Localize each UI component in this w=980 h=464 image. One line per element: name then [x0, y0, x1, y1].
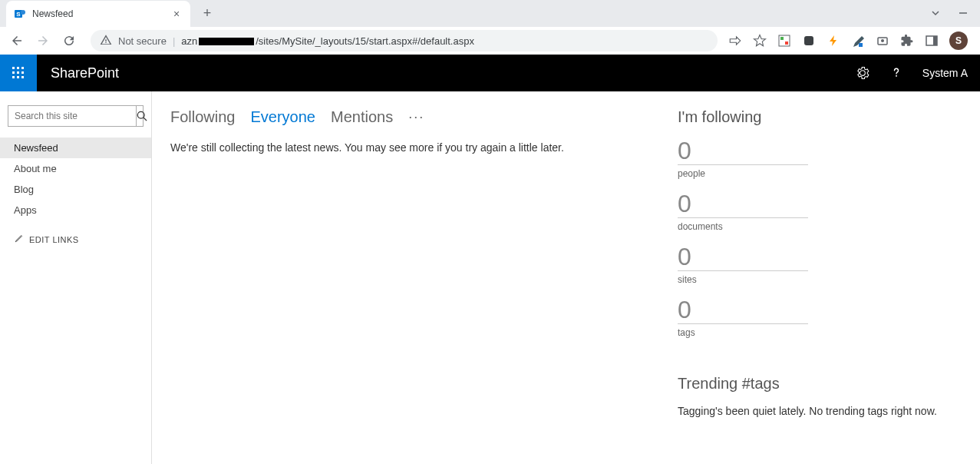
search-button[interactable]	[136, 106, 147, 126]
sidepanel-icon[interactable]	[925, 34, 939, 48]
status-message: We're still collecting the latest news. …	[170, 141, 647, 154]
follow-label: people	[678, 168, 962, 179]
tab-title: Newsfeed	[32, 8, 164, 19]
follow-count: 0	[678, 191, 808, 218]
follow-count: 0	[678, 297, 808, 324]
edit-links-label: EDIT LINKS	[29, 235, 79, 244]
search-box	[8, 105, 144, 127]
warning-icon	[100, 34, 112, 48]
profile-avatar[interactable]: S	[949, 31, 968, 50]
svg-rect-5	[780, 37, 784, 40]
svg-rect-20	[17, 76, 19, 78]
svg-point-22	[137, 111, 144, 118]
app-launcher-button[interactable]	[0, 55, 37, 91]
share-icon[interactable]	[728, 34, 742, 48]
address-bar-row: Not secure | azn/sites/MySite/_layouts/1…	[0, 27, 980, 55]
svg-rect-13	[12, 67, 15, 69]
browser-chrome: S Newsfeed × + Not secure	[0, 0, 980, 55]
trending-heading: Trending #tags	[678, 375, 962, 393]
edit-links-button[interactable]: EDIT LINKS	[0, 220, 151, 245]
svg-rect-19	[12, 76, 15, 78]
not-secure-label: Not secure	[118, 35, 167, 47]
feed-tabs: Following Everyone Mentions ···	[170, 108, 647, 126]
left-nav: Newsfeed About me Blog Apps EDIT LINKS	[0, 91, 152, 464]
lightning-icon[interactable]	[827, 34, 840, 48]
minimize-icon[interactable]	[959, 8, 968, 20]
svg-rect-7	[804, 36, 813, 45]
extension-icon-2[interactable]	[802, 34, 816, 48]
user-label[interactable]: System A	[922, 67, 968, 79]
nav-item-apps[interactable]: Apps	[0, 200, 151, 220]
follow-item-documents[interactable]: 0 documents	[678, 191, 962, 232]
svg-text:S: S	[16, 11, 21, 18]
svg-line-23	[144, 118, 147, 121]
star-icon[interactable]	[753, 34, 767, 48]
svg-rect-17	[17, 71, 19, 74]
svg-rect-18	[21, 71, 24, 74]
nav-item-newsfeed[interactable]: Newsfeed	[0, 138, 151, 158]
follow-label: sites	[678, 274, 962, 285]
forward-button[interactable]	[32, 30, 54, 51]
sharepoint-brand: SharePoint	[37, 65, 119, 81]
window-controls	[931, 8, 980, 20]
follow-item-sites[interactable]: 0 sites	[678, 244, 962, 285]
feed-column: Following Everyone Mentions ··· We're st…	[170, 108, 647, 447]
url-text: azn/sites/MySite/_layouts/15/start.aspx#…	[181, 35, 474, 47]
new-tab-button[interactable]: +	[196, 3, 218, 25]
svg-rect-12	[933, 36, 937, 45]
extension-icons: S	[728, 31, 974, 50]
tab-mentions[interactable]: Mentions	[331, 108, 393, 126]
side-column: I'm following 0 people 0 documents 0 sit…	[678, 108, 962, 447]
follow-count: 0	[678, 244, 808, 271]
address-bar[interactable]: Not secure | azn/sites/MySite/_layouts/1…	[91, 30, 718, 51]
nav-item-blog[interactable]: Blog	[0, 179, 151, 200]
nav-item-about-me[interactable]: About me	[0, 158, 151, 179]
svg-rect-15	[21, 67, 24, 69]
follow-count: 0	[678, 138, 808, 165]
follow-label: documents	[678, 221, 962, 232]
sharepoint-favicon: S	[14, 8, 26, 20]
extension-icon-3[interactable]	[851, 34, 865, 48]
follow-label: tags	[678, 327, 962, 338]
pencil-icon	[14, 234, 23, 245]
more-options-button[interactable]: ···	[408, 109, 424, 125]
content-area: Following Everyone Mentions ··· We're st…	[152, 91, 980, 464]
svg-rect-16	[12, 71, 15, 74]
close-icon[interactable]: ×	[170, 8, 183, 20]
search-input[interactable]	[8, 111, 136, 121]
svg-point-10	[881, 39, 884, 42]
url-obscured	[199, 38, 254, 45]
trending-text: Tagging's been quiet lately. No trending…	[678, 405, 962, 417]
gear-icon[interactable]	[855, 65, 870, 81]
tab-everyone[interactable]: Everyone	[250, 108, 315, 126]
follow-item-people[interactable]: 0 people	[678, 138, 962, 179]
reload-button[interactable]	[58, 30, 80, 51]
help-icon[interactable]	[889, 65, 904, 81]
svg-rect-6	[785, 41, 788, 45]
back-button[interactable]	[6, 30, 28, 51]
tab-following[interactable]: Following	[170, 108, 235, 126]
extension-icon-1[interactable]	[777, 34, 791, 48]
svg-rect-14	[17, 67, 19, 69]
main-layout: Newsfeed About me Blog Apps EDIT LINKS F…	[0, 91, 980, 464]
follow-item-tags[interactable]: 0 tags	[678, 297, 962, 338]
trending-section: Trending #tags Tagging's been quiet late…	[678, 375, 962, 417]
tab-bar: S Newsfeed × +	[0, 0, 980, 27]
chevron-down-icon[interactable]	[931, 8, 940, 20]
svg-rect-21	[21, 76, 24, 78]
extensions-puzzle-icon[interactable]	[900, 34, 914, 48]
following-heading: I'm following	[678, 108, 962, 126]
extension-icon-4[interactable]	[876, 34, 889, 48]
nav-list: Newsfeed About me Blog Apps	[0, 138, 151, 220]
sharepoint-header: SharePoint System A	[0, 55, 980, 91]
browser-tab[interactable]: S Newsfeed ×	[6, 1, 190, 27]
svg-point-2	[21, 10, 25, 15]
svg-rect-8	[859, 43, 863, 47]
